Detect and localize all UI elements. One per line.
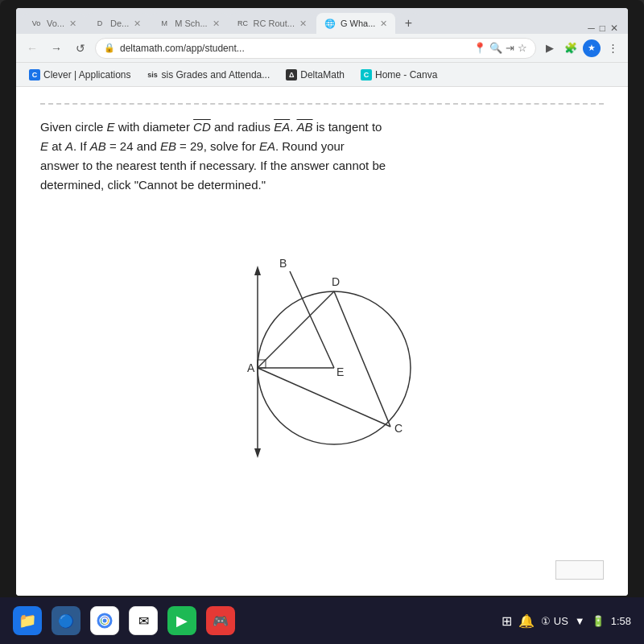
address-icons: 📍 🔍 ⇥ ☆	[473, 42, 527, 54]
tab-label-rc: RC Rout...	[254, 19, 295, 28]
tab-label-de: De...	[110, 19, 129, 28]
problem-e1: E	[107, 120, 115, 134]
taskbar-app1-icon[interactable]: 🔵	[52, 606, 80, 635]
tab-bar: Vo Vo... ✕ D De... ✕ M M Sch... ✕ RC RC …	[16, 8, 628, 34]
svg-point-3	[103, 619, 107, 623]
minimize-btn[interactable]: ─	[588, 23, 595, 34]
screen: Vo Vo... ✕ D De... ✕ M M Sch... ✕ RC RC …	[16, 8, 628, 596]
label-b: B	[279, 257, 287, 270]
gmail-icon: ✉	[138, 613, 149, 629]
taskbar-play-icon[interactable]: ▶	[167, 606, 196, 635]
problem-ab1: AB	[297, 120, 313, 134]
tab-label-g: G Wha...	[341, 19, 375, 28]
label-a: A	[247, 361, 255, 374]
browser: Vo Vo... ✕ D De... ✕ M M Sch... ✕ RC RC …	[16, 8, 628, 596]
location-icon[interactable]: 📍	[473, 42, 486, 54]
problem-ea1: EA	[274, 120, 290, 134]
diagram-area: B A E D C	[40, 211, 604, 485]
maximize-btn[interactable]: □	[600, 23, 605, 34]
bookmark-sis[interactable]: sis sis Grades and Attenda...	[141, 67, 277, 83]
back-button[interactable]: ←	[23, 39, 42, 58]
tab-label-m: M Sch...	[175, 19, 207, 28]
tab-close-g[interactable]: ✕	[380, 19, 387, 29]
problem-period: .	[290, 120, 296, 134]
geometry-diagram: B A E D C	[193, 219, 451, 477]
tab-close-de[interactable]: ✕	[134, 19, 141, 29]
canva-favicon: C	[361, 69, 372, 80]
address-text: deltamath.com/app/student...	[120, 43, 469, 54]
search-icon[interactable]: 🔍	[489, 42, 502, 54]
play-icon: ▶	[176, 612, 188, 630]
tab-rc[interactable]: RC RC Rout... ✕	[229, 13, 315, 34]
problem-tangent: is tangent to	[313, 120, 382, 134]
toolbar-icons: ▶ 🧩 ★ ⋮	[541, 39, 621, 57]
taskbar-region: ① US	[541, 615, 568, 627]
address-box[interactable]: 🔒 deltamath.com/app/student... 📍 🔍 ⇥ ☆	[95, 38, 536, 59]
tab-close-m[interactable]: ✕	[213, 19, 220, 29]
profile-icon[interactable]: ★	[583, 39, 601, 57]
bookmarks-bar: C Clever | Applications sis sis Grades a…	[16, 63, 628, 87]
taskbar-files-icon[interactable]: 📁	[13, 606, 42, 635]
tab-favicon-m: M	[159, 18, 170, 29]
bookmark-canva[interactable]: C Home - Canva	[354, 67, 444, 83]
label-d: D	[332, 275, 340, 288]
taskbar-battery-icon: 🔋	[592, 615, 605, 627]
bookmark-deltamath-label: DeltaMath	[300, 69, 345, 80]
bookmark-icon[interactable]: ☆	[518, 42, 527, 54]
clever-favicon: C	[29, 69, 40, 80]
refresh-button[interactable]: ↺	[71, 39, 90, 58]
bookmark-canva-label: Home - Canva	[375, 69, 437, 80]
forward-button[interactable]: →	[47, 39, 66, 58]
problem-and-radius: and radius	[211, 120, 274, 134]
taskbar: 📁 🔵 ✉ ▶ 🎮 ⊞	[0, 597, 644, 644]
tab-new[interactable]: +	[397, 13, 419, 34]
bookmark-clever[interactable]: C Clever | Applications	[23, 67, 138, 83]
taskbar-game-icon[interactable]: 🎮	[206, 606, 235, 635]
line-eb	[290, 271, 334, 368]
window-controls: ─ □ ✕	[588, 23, 621, 34]
extension-icon[interactable]: 🧩	[562, 39, 580, 57]
label-e: E	[336, 365, 344, 378]
line-ac	[258, 368, 390, 427]
tab-favicon-rc: RC	[237, 18, 249, 29]
chrome-svg	[96, 612, 114, 630]
label-c: C	[394, 422, 402, 435]
deltamath-favicon: Δ	[286, 69, 297, 80]
taskbar-system-tray[interactable]: ⊞	[502, 613, 512, 629]
arrow-top	[254, 266, 261, 275]
bookmark-clever-label: Clever | Applications	[43, 69, 131, 80]
cast-icon[interactable]: ▶	[541, 39, 559, 57]
tab-close-rc[interactable]: ✕	[299, 19, 307, 29]
taskbar-gmail-icon[interactable]: ✉	[129, 606, 158, 635]
problem-text: Given circle E with diameter CD and radi…	[40, 118, 604, 195]
laptop-bezel: Vo Vo... ✕ D De... ✕ M M Sch... ✕ RC RC …	[0, 0, 644, 644]
tab-favicon-de: D	[94, 18, 105, 29]
answer-input-box[interactable]	[555, 560, 604, 580]
tab-vo[interactable]: Vo Vo... ✕	[23, 13, 85, 34]
taskbar-time: 1:58	[611, 615, 631, 627]
problem-intro: Given circle	[40, 120, 107, 134]
arrow-bottom	[254, 448, 261, 458]
share-icon[interactable]: ⇥	[506, 42, 514, 54]
tab-m[interactable]: M M Sch... ✕	[151, 13, 227, 34]
tab-de[interactable]: D De... ✕	[86, 13, 149, 34]
taskbar-notification[interactable]: 🔔	[518, 613, 535, 629]
bookmark-deltamath[interactable]: Δ DeltaMath	[279, 67, 351, 83]
close-btn[interactable]: ✕	[610, 23, 618, 34]
menu-icon[interactable]: ⋮	[604, 39, 621, 57]
page-content: Given circle E with diameter CD and radi…	[16, 87, 628, 596]
files-icon: 📁	[19, 612, 36, 630]
taskbar-wifi-icon: ▼	[575, 615, 585, 627]
tab-close-vo[interactable]: ✕	[69, 19, 76, 29]
tab-g[interactable]: 🌐 G Wha... ✕	[316, 13, 395, 34]
tab-favicon-g: 🌐	[324, 18, 336, 29]
tab-favicon-vo: Vo	[31, 18, 42, 29]
game-icon: 🎮	[213, 613, 229, 629]
taskbar-chrome-icon[interactable]	[90, 606, 119, 635]
app1-icon: 🔵	[58, 613, 74, 629]
line-ad	[258, 291, 334, 368]
taskbar-right: ⊞ 🔔 ① US ▼ 🔋 1:58	[502, 613, 631, 629]
bookmark-sis-label: sis Grades and Attenda...	[162, 69, 270, 80]
sis-favicon: sis	[147, 69, 159, 80]
problem-determined: determined, click "Cannot be determined.…	[40, 178, 266, 192]
